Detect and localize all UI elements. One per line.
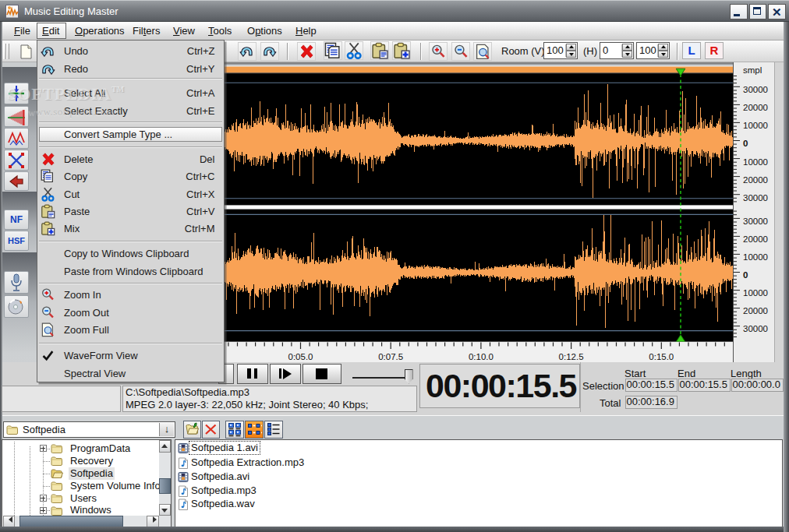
- svg-text:0:12.5: 0:12.5: [559, 352, 584, 361]
- svg-text:10000: 10000: [743, 288, 768, 298]
- svg-text:0:15.0: 0:15.0: [649, 352, 674, 361]
- svg-text:30000: 30000: [743, 193, 768, 203]
- svg-text:10000: 10000: [743, 121, 768, 130]
- svg-text:smpl: smpl: [743, 65, 762, 75]
- svg-text:20000: 20000: [743, 103, 768, 112]
- svg-text:0:05.0: 0:05.0: [288, 352, 313, 361]
- svg-text:0: 0: [743, 270, 748, 280]
- svg-text:0:10.0: 0:10.0: [469, 352, 494, 361]
- svg-text:30000: 30000: [743, 217, 768, 226]
- svg-text:0:07.5: 0:07.5: [378, 352, 403, 361]
- svg-text:30000: 30000: [743, 324, 768, 333]
- svg-text:10000: 10000: [743, 252, 768, 262]
- svg-text:20000: 20000: [743, 234, 768, 244]
- svg-text:20000: 20000: [743, 306, 768, 315]
- svg-text:30000: 30000: [743, 85, 768, 94]
- svg-text:20000: 20000: [743, 175, 768, 185]
- svg-text:10000: 10000: [743, 157, 768, 167]
- svg-text:0: 0: [743, 139, 748, 148]
